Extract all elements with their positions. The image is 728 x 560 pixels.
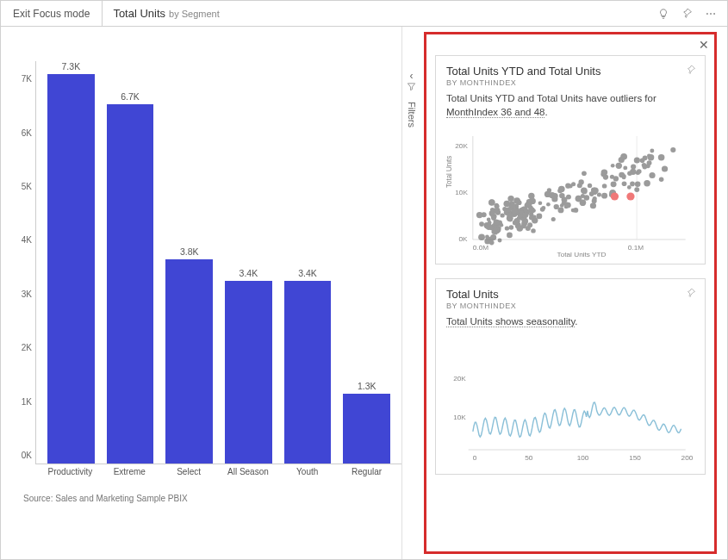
lightbulb-icon[interactable] (657, 8, 669, 20)
y-tick: 6K (22, 128, 32, 137)
scatter-point (597, 192, 601, 196)
x-category-label: Youth (277, 467, 337, 476)
scatter-point (532, 215, 537, 220)
bar-slot: 3.4K (278, 61, 338, 464)
chevron-left-icon[interactable]: ‹ (402, 70, 420, 82)
scatter-ytick1: 10K (455, 189, 468, 196)
scatter-point (527, 199, 532, 203)
card-subtitle: BY MONTHINDEX (446, 302, 694, 310)
bar[interactable] (165, 259, 213, 464)
bar-value-label: 3.4K (298, 268, 317, 278)
scatter-point (531, 228, 536, 233)
scatter-point (500, 213, 504, 217)
scatter-point (582, 171, 587, 176)
bar-slot: 3.8K (159, 61, 219, 464)
line-ytick1: 20K (453, 375, 466, 383)
scatter-point (478, 234, 485, 241)
scatter-point (507, 196, 513, 202)
scatter-point (616, 163, 622, 169)
scatter-point (498, 239, 502, 243)
close-icon[interactable]: ✕ (699, 38, 709, 52)
insight-card-seasonality: Total Units BY MONTHINDEX Total Units sh… (435, 278, 706, 475)
scatter-point (493, 227, 498, 232)
x-category-label: Extreme (100, 467, 159, 476)
plot-area: 7.3K6.7K3.8K3.4K3.4K1.3K (35, 61, 401, 464)
scatter-point (523, 212, 529, 217)
outlier-point (626, 193, 634, 201)
scatter-point (569, 184, 573, 189)
funnel-icon[interactable] (402, 82, 420, 93)
scatter-point (546, 202, 551, 207)
scatter-point (509, 225, 514, 229)
pin-icon[interactable] (686, 286, 696, 302)
bar-value-label: 3.4K (240, 268, 258, 278)
filters-label[interactable]: Filters (407, 102, 417, 128)
scatter-point (658, 154, 665, 160)
scatter-point (623, 166, 627, 171)
y-tick: 1K (22, 396, 32, 406)
scatter-point (592, 188, 599, 194)
header-bar: Exit Focus mode Total Units by Segment (1, 1, 727, 27)
svg-point-1 (710, 13, 712, 15)
svg-point-0 (706, 13, 708, 15)
scatter-point (588, 184, 592, 188)
bar[interactable] (107, 104, 154, 464)
desc-text: Total Units YTD and Total Units have out… (446, 93, 656, 103)
line-xtick: 50 (525, 454, 533, 462)
scatter-point (662, 165, 668, 171)
scatter-point (527, 222, 532, 227)
scatter-point (650, 149, 654, 153)
pin-icon[interactable] (686, 63, 696, 78)
bar[interactable] (47, 74, 95, 464)
scatter-point (557, 208, 563, 214)
scatter-point (528, 193, 534, 199)
scatter-point (476, 212, 482, 218)
line-xtick: 200 (681, 454, 694, 462)
card-description: Total Units YTD and Total Units have out… (446, 92, 694, 119)
scatter-point (670, 147, 675, 152)
bar[interactable] (225, 281, 272, 464)
scatter-point (495, 203, 499, 208)
scatter-mini-chart: Total Units 0.0M 0.1M Total Units YTD 0K… (446, 128, 694, 257)
scatter-point (631, 165, 636, 170)
scatter-point (571, 208, 576, 213)
card-description: Total Units shows seasonality. (446, 315, 694, 329)
scatter-point (645, 164, 650, 168)
scatter-point (512, 208, 518, 214)
scatter-point (593, 196, 597, 201)
bar-value-label: 3.8K (180, 246, 199, 257)
bar-slot: 6.7K (101, 61, 160, 464)
title-sub: by Segment (169, 9, 220, 19)
scatter-point (507, 207, 512, 212)
card-subtitle: BY MONTHINDEX (446, 78, 694, 87)
line-xtick: 0 (473, 454, 477, 462)
scatter-point (505, 226, 509, 230)
bar-chart-area: 0K1K2K3K4K5K6K7K 7.3K6.7K3.8K3.4K3.4K1.3… (1, 27, 401, 559)
scatter-point (490, 234, 496, 240)
svg-point-2 (713, 13, 715, 15)
scatter-point (537, 214, 543, 220)
exit-focus-button[interactable]: Exit Focus mode (1, 1, 103, 26)
scatter-point (551, 217, 556, 221)
scatter-point (479, 221, 484, 227)
insights-panel: ✕ Total Units YTD and Total Units BY MON… (424, 32, 717, 554)
y-tick: 7K (22, 74, 32, 84)
title-main: Total Units (113, 7, 165, 20)
bar[interactable] (343, 394, 390, 464)
more-icon[interactable] (705, 8, 717, 20)
scatter-point (637, 169, 642, 173)
main-area: 0K1K2K3K4K5K6K7K 7.3K6.7K3.8K3.4K3.4K1.3… (1, 27, 727, 559)
insight-card-outliers: Total Units YTD and Total Units BY MONTH… (435, 55, 706, 264)
scatter-point (659, 177, 664, 182)
pin-icon[interactable] (681, 8, 693, 19)
scatter-point (602, 184, 607, 188)
bar[interactable] (284, 281, 332, 464)
scatter-ylabel: Total Units (446, 156, 453, 188)
scatter-xtick0: 0.0M (473, 244, 489, 252)
scatter-point (581, 202, 585, 206)
scatter-point (547, 188, 551, 192)
scatter-ytick2: 20K (455, 142, 468, 150)
bar-value-label: 7.3K (62, 61, 81, 72)
x-category-label: Productivity (40, 467, 100, 476)
scatter-xtick1: 0.1M (628, 244, 644, 252)
